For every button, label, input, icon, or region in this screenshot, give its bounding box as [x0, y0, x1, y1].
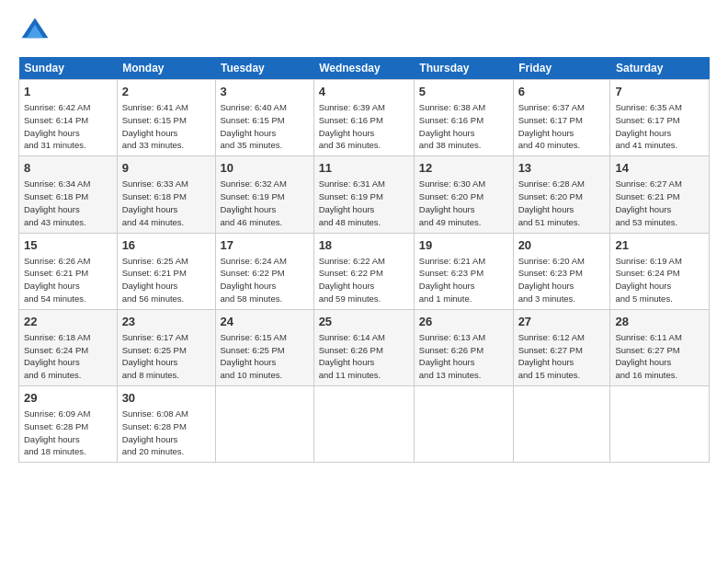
calendar-week-3: 15Sunrise: 6:26 AMSunset: 6:21 PMDayligh…	[19, 233, 710, 309]
day-info: Sunrise: 6:22 AMSunset: 6:22 PMDaylight …	[319, 255, 409, 305]
header-cell-saturday: Saturday	[610, 57, 710, 80]
calendar-cell: 1Sunrise: 6:42 AMSunset: 6:14 PMDaylight…	[19, 80, 118, 156]
calendar-cell: 12Sunrise: 6:30 AMSunset: 6:20 PMDayligh…	[414, 156, 513, 233]
calendar-cell: 5Sunrise: 6:38 AMSunset: 6:16 PMDaylight…	[414, 80, 513, 156]
header-cell-monday: Monday	[117, 57, 215, 80]
calendar-cell: 30Sunrise: 6:08 AMSunset: 6:28 PMDayligh…	[117, 386, 215, 463]
header-cell-thursday: Thursday	[414, 57, 513, 80]
day-number: 1	[24, 84, 112, 100]
calendar-header: SundayMondayTuesdayWednesdayThursdayFrid…	[19, 57, 710, 80]
day-info: Sunrise: 6:20 AMSunset: 6:23 PMDaylight …	[518, 255, 606, 305]
day-number: 4	[319, 84, 409, 100]
calendar-cell: 3Sunrise: 6:40 AMSunset: 6:15 PMDaylight…	[215, 80, 313, 156]
header-cell-friday: Friday	[513, 57, 610, 80]
day-number: 5	[419, 84, 508, 100]
day-info: Sunrise: 6:15 AMSunset: 6:25 PMDaylight …	[221, 331, 309, 382]
day-number: 13	[518, 160, 606, 177]
calendar-cell: 6Sunrise: 6:37 AMSunset: 6:17 PMDaylight…	[513, 80, 610, 156]
day-info: Sunrise: 6:13 AMSunset: 6:26 PMDaylight …	[419, 331, 508, 382]
day-number: 25	[319, 314, 409, 330]
day-info: Sunrise: 6:42 AMSunset: 6:14 PMDaylight …	[24, 101, 112, 152]
day-number: 14	[615, 160, 704, 177]
day-info: Sunrise: 6:09 AMSunset: 6:28 PMDaylight …	[24, 408, 112, 458]
calendar-cell: 11Sunrise: 6:31 AMSunset: 6:19 PMDayligh…	[313, 156, 414, 233]
calendar-table: SundayMondayTuesdayWednesdayThursdayFrid…	[18, 57, 710, 463]
calendar-cell: 16Sunrise: 6:25 AMSunset: 6:21 PMDayligh…	[117, 233, 215, 309]
day-info: Sunrise: 6:11 AMSunset: 6:27 PMDaylight …	[615, 331, 704, 382]
day-info: Sunrise: 6:17 AMSunset: 6:25 PMDaylight …	[122, 331, 210, 382]
calendar-cell: 25Sunrise: 6:14 AMSunset: 6:26 PMDayligh…	[313, 309, 414, 385]
calendar-cell: 8Sunrise: 6:34 AMSunset: 6:18 PMDaylight…	[19, 156, 118, 233]
header-cell-wednesday: Wednesday	[313, 57, 414, 80]
day-number: 19	[419, 237, 508, 254]
calendar-cell: 2Sunrise: 6:41 AMSunset: 6:15 PMDaylight…	[117, 80, 215, 156]
day-number: 15	[24, 237, 112, 254]
day-info: Sunrise: 6:28 AMSunset: 6:20 PMDaylight …	[518, 178, 606, 228]
day-info: Sunrise: 6:41 AMSunset: 6:15 PMDaylight …	[122, 101, 210, 152]
day-number: 2	[122, 84, 210, 100]
day-number: 12	[419, 160, 508, 177]
day-info: Sunrise: 6:18 AMSunset: 6:24 PMDaylight …	[24, 331, 112, 382]
logo	[18, 15, 55, 48]
day-info: Sunrise: 6:31 AMSunset: 6:19 PMDaylight …	[319, 178, 409, 228]
calendar-cell	[215, 386, 313, 463]
calendar-cell: 17Sunrise: 6:24 AMSunset: 6:22 PMDayligh…	[215, 233, 313, 309]
day-number: 24	[221, 314, 309, 330]
day-info: Sunrise: 6:33 AMSunset: 6:18 PMDaylight …	[122, 178, 210, 228]
day-info: Sunrise: 6:39 AMSunset: 6:16 PMDaylight …	[319, 101, 409, 152]
calendar-cell: 24Sunrise: 6:15 AMSunset: 6:25 PMDayligh…	[215, 309, 313, 385]
calendar-cell: 10Sunrise: 6:32 AMSunset: 6:19 PMDayligh…	[215, 156, 313, 233]
calendar-cell: 7Sunrise: 6:35 AMSunset: 6:17 PMDaylight…	[610, 80, 710, 156]
calendar-week-5: 29Sunrise: 6:09 AMSunset: 6:28 PMDayligh…	[19, 386, 710, 463]
calendar-cell	[313, 386, 414, 463]
day-number: 17	[221, 237, 309, 254]
day-info: Sunrise: 6:32 AMSunset: 6:19 PMDaylight …	[221, 178, 309, 228]
calendar-cell: 29Sunrise: 6:09 AMSunset: 6:28 PMDayligh…	[19, 386, 118, 463]
day-info: Sunrise: 6:35 AMSunset: 6:17 PMDaylight …	[615, 101, 704, 152]
calendar-cell: 26Sunrise: 6:13 AMSunset: 6:26 PMDayligh…	[414, 309, 513, 385]
day-info: Sunrise: 6:34 AMSunset: 6:18 PMDaylight …	[24, 178, 112, 228]
header-cell-sunday: Sunday	[19, 57, 118, 80]
day-info: Sunrise: 6:19 AMSunset: 6:24 PMDaylight …	[615, 255, 704, 305]
day-number: 6	[518, 84, 606, 100]
day-info: Sunrise: 6:30 AMSunset: 6:20 PMDaylight …	[419, 178, 508, 228]
calendar-cell: 18Sunrise: 6:22 AMSunset: 6:22 PMDayligh…	[313, 233, 414, 309]
calendar-cell	[610, 386, 710, 463]
header-row: SundayMondayTuesdayWednesdayThursdayFrid…	[19, 57, 710, 80]
day-number: 11	[319, 160, 409, 177]
day-number: 20	[518, 237, 606, 254]
calendar-cell: 13Sunrise: 6:28 AMSunset: 6:20 PMDayligh…	[513, 156, 610, 233]
day-info: Sunrise: 6:27 AMSunset: 6:21 PMDaylight …	[615, 178, 704, 228]
day-number: 8	[24, 160, 112, 177]
day-info: Sunrise: 6:37 AMSunset: 6:17 PMDaylight …	[518, 101, 606, 152]
calendar-cell: 9Sunrise: 6:33 AMSunset: 6:18 PMDaylight…	[117, 156, 215, 233]
calendar-cell: 14Sunrise: 6:27 AMSunset: 6:21 PMDayligh…	[610, 156, 710, 233]
day-number: 10	[221, 160, 309, 177]
day-number: 7	[615, 84, 704, 100]
calendar-week-1: 1Sunrise: 6:42 AMSunset: 6:14 PMDaylight…	[19, 80, 710, 156]
day-info: Sunrise: 6:25 AMSunset: 6:21 PMDaylight …	[122, 255, 210, 305]
day-info: Sunrise: 6:26 AMSunset: 6:21 PMDaylight …	[24, 255, 112, 305]
day-info: Sunrise: 6:08 AMSunset: 6:28 PMDaylight …	[122, 408, 210, 458]
calendar-cell: 20Sunrise: 6:20 AMSunset: 6:23 PMDayligh…	[513, 233, 610, 309]
day-number: 16	[122, 237, 210, 254]
day-info: Sunrise: 6:14 AMSunset: 6:26 PMDaylight …	[319, 331, 409, 382]
calendar-cell: 19Sunrise: 6:21 AMSunset: 6:23 PMDayligh…	[414, 233, 513, 309]
calendar-cell: 4Sunrise: 6:39 AMSunset: 6:16 PMDaylight…	[313, 80, 414, 156]
day-number: 28	[615, 314, 704, 330]
day-info: Sunrise: 6:12 AMSunset: 6:27 PMDaylight …	[518, 331, 606, 382]
calendar-cell: 27Sunrise: 6:12 AMSunset: 6:27 PMDayligh…	[513, 309, 610, 385]
calendar-body: 1Sunrise: 6:42 AMSunset: 6:14 PMDaylight…	[19, 80, 710, 463]
calendar-cell	[414, 386, 513, 463]
calendar-week-2: 8Sunrise: 6:34 AMSunset: 6:18 PMDaylight…	[19, 156, 710, 233]
day-number: 21	[615, 237, 704, 254]
day-number: 18	[319, 237, 409, 254]
day-number: 23	[122, 314, 210, 330]
day-number: 29	[24, 390, 112, 407]
calendar-cell: 15Sunrise: 6:26 AMSunset: 6:21 PMDayligh…	[19, 233, 118, 309]
day-number: 27	[518, 314, 606, 330]
header	[18, 15, 710, 48]
day-number: 22	[24, 314, 112, 330]
day-info: Sunrise: 6:21 AMSunset: 6:23 PMDaylight …	[419, 255, 508, 305]
day-number: 3	[221, 84, 309, 100]
